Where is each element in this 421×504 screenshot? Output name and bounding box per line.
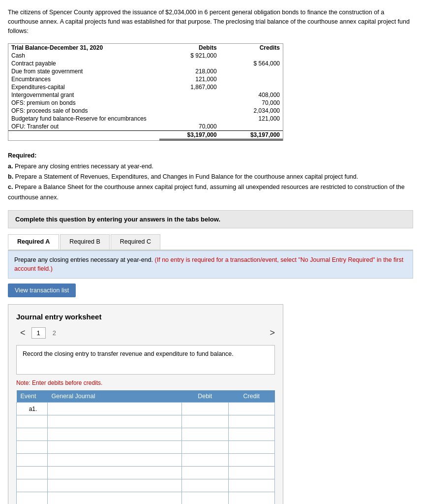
event-cell-7: [17, 492, 48, 504]
gj-input-5[interactable]: [48, 467, 181, 479]
debit-input-3[interactable]: [182, 441, 228, 453]
current-page[interactable]: 1: [31, 327, 46, 339]
complete-box: Complete this question by entering your …: [8, 210, 413, 228]
required-title: Required:: [8, 152, 36, 159]
req-c: c. Prepare a Balance Sheet for the court…: [8, 184, 405, 201]
tb-account-5: Intergovernmental grant: [8, 91, 159, 99]
debit-input-6[interactable]: [182, 479, 228, 492]
table-row: [17, 492, 275, 504]
event-cell-0: a1.: [17, 403, 48, 415]
table-row: a1.: [17, 403, 275, 415]
table-row: [17, 454, 275, 467]
debit-input-4[interactable]: [182, 454, 228, 466]
prev-page-arrow[interactable]: <: [16, 327, 30, 339]
credit-input-5[interactable]: [229, 467, 275, 479]
tb-credit-4: [220, 83, 283, 91]
col-debit-header: Debit: [182, 390, 229, 403]
debit-input-1[interactable]: [182, 415, 228, 428]
tb-credit-2: [220, 67, 283, 75]
tb-credit-10: $3,197,000: [220, 131, 283, 140]
credit-input-2[interactable]: [229, 428, 275, 441]
tab-required-a[interactable]: Required A: [8, 234, 59, 250]
tb-debit-2: 218,000: [159, 67, 220, 75]
tb-credit-1: $ 564,000: [220, 60, 283, 67]
page-2[interactable]: 2: [48, 328, 61, 338]
debit-input-5[interactable]: [182, 467, 228, 479]
nav-row: < 1 2 >: [16, 327, 275, 339]
credit-input-7[interactable]: [229, 492, 275, 504]
tb-account-1: Contract payable: [8, 60, 159, 67]
tb-debit-8: [159, 115, 220, 123]
col-gj-header: General Journal: [48, 390, 182, 403]
event-cell-1: [17, 415, 48, 428]
tb-credit-9: [220, 123, 283, 131]
col-event-header: Event: [17, 390, 48, 403]
credit-input-1[interactable]: [229, 415, 275, 428]
table-row: [17, 428, 275, 441]
tb-credit-header: Credits: [220, 44, 283, 52]
tb-credit-0: [220, 52, 283, 60]
credit-input-4[interactable]: [229, 454, 275, 466]
tb-credit-6: 70,000: [220, 99, 283, 107]
tb-account-7: OFS: proceeds sale of bonds: [8, 107, 159, 115]
event-cell-3: [17, 441, 48, 454]
required-section: Required: a. Prepare any closing entries…: [8, 151, 413, 203]
tb-credit-3: [220, 75, 283, 83]
worksheet-container: Journal entry worksheet < 1 2 > Record t…: [8, 304, 283, 504]
gj-input-0[interactable]: [48, 403, 181, 415]
gj-input-6[interactable]: [48, 479, 181, 492]
tb-debit-5: [159, 91, 220, 99]
tb-account-10: [8, 131, 159, 140]
credit-input-0[interactable]: [229, 403, 275, 415]
tb-account-4: Expenditures-capital: [8, 83, 159, 91]
tb-account-9: OFU: Transfer out: [8, 123, 159, 131]
col-credit-header: Credit: [228, 390, 275, 403]
tb-credit-5: 408,000: [220, 91, 283, 99]
credit-input-3[interactable]: [229, 441, 275, 453]
journal-table: Event General Journal Debit Credit a1.: [16, 390, 275, 504]
instruction-text: Prepare any closing entries necessary at…: [14, 256, 153, 263]
tabs-row: Required A Required B Required C: [8, 234, 413, 251]
gj-input-3[interactable]: [48, 441, 181, 453]
view-transaction-button[interactable]: View transaction list: [8, 284, 76, 297]
tb-debit-7: [159, 107, 220, 115]
tab-required-b[interactable]: Required B: [60, 234, 110, 250]
gj-input-7[interactable]: [48, 492, 181, 504]
tb-debit-header: Debits: [159, 44, 220, 52]
table-row: [17, 441, 275, 454]
gj-input-1[interactable]: [48, 415, 181, 428]
tb-account-2: Due from state government: [8, 67, 159, 75]
tb-account-8: Budgetary fund balance-Reserve for encum…: [8, 115, 159, 123]
credit-input-6[interactable]: [229, 479, 275, 492]
tb-debit-10: $3,197,000: [159, 131, 220, 140]
note-text: Note: Enter debits before credits.: [16, 379, 275, 386]
tb-debit-4: 1,867,000: [159, 83, 220, 91]
table-row: [17, 479, 275, 492]
gj-input-4[interactable]: [48, 454, 181, 466]
debit-input-2[interactable]: [182, 428, 228, 441]
tb-account-6: OFS: premium on bonds: [8, 99, 159, 107]
debit-input-7[interactable]: [182, 492, 228, 504]
tb-account-3: Encumbrances: [8, 75, 159, 83]
table-row: [17, 467, 275, 479]
event-cell-4: [17, 454, 48, 467]
worksheet-title: Journal entry worksheet: [16, 313, 275, 321]
tb-debit-0: $ 921,000: [159, 52, 220, 60]
tb-title: Trial Balance-December 31, 2020: [8, 44, 159, 52]
req-b: b. Prepare a Statement of Revenues, Expe…: [8, 173, 358, 180]
event-cell-2: [17, 428, 48, 441]
gj-input-2[interactable]: [48, 428, 181, 441]
intro-text: The citizens of Spencer County approved …: [8, 8, 413, 35]
trial-balance-container: Trial Balance-December 31, 2020 Debits C…: [8, 43, 283, 141]
next-page-arrow[interactable]: >: [270, 328, 275, 338]
debit-input-0[interactable]: [182, 403, 228, 415]
tb-credit-7: 2,034,000: [220, 107, 283, 115]
instruction-box: Prepare any closing entries necessary at…: [8, 251, 413, 279]
tb-credit-8: 121,000: [220, 115, 283, 123]
tb-debit-6: [159, 99, 220, 107]
tb-debit-3: 121,000: [159, 75, 220, 83]
tb-account-0: Cash: [8, 52, 159, 60]
tab-required-c[interactable]: Required C: [111, 234, 160, 250]
tb-debit-1: [159, 60, 220, 67]
req-a: a. Prepare any closing entries necessary…: [8, 163, 153, 170]
